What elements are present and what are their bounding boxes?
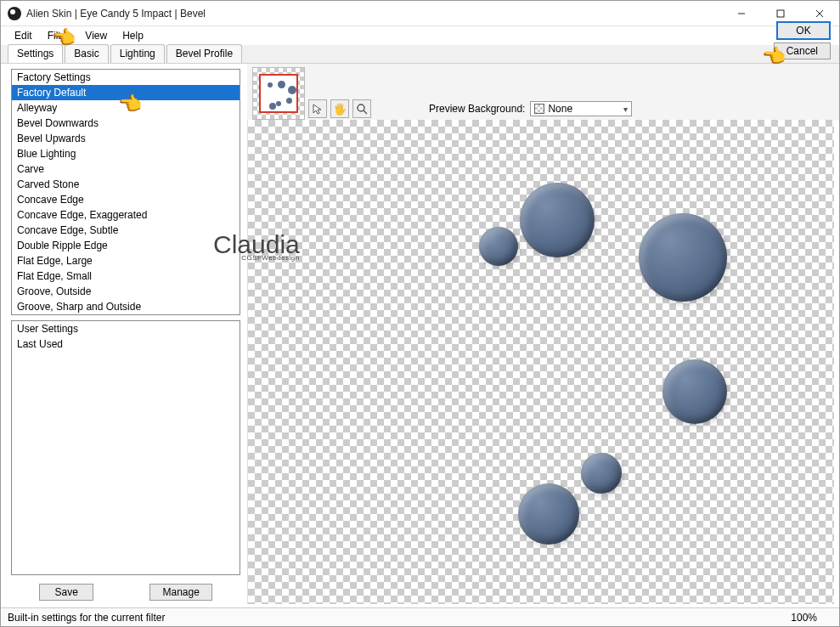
app-icon	[8, 7, 21, 20]
bevel-circle	[581, 453, 622, 494]
status-bar: Built-in settings for the current filter…	[1, 607, 839, 626]
list-item[interactable]: User Settings	[12, 321, 240, 336]
list-item[interactable]: Double Ripple Edge	[12, 238, 240, 253]
list-item[interactable]: Groove, Sharp and Outside	[12, 299, 240, 314]
list-item[interactable]: Carve	[12, 161, 240, 177]
window-title: Alien Skin | Eye Candy 5 Impact | Bevel	[26, 8, 206, 20]
list-item[interactable]: Concave Edge, Subtle	[12, 223, 240, 238]
list-item[interactable]: Concave Edge, Exaggerated	[12, 207, 240, 223]
factory-settings-list[interactable]: Factory Settings Factory Default Alleywa…	[11, 69, 240, 315]
preview-background-value: None	[548, 103, 572, 115]
factory-settings-header: Factory Settings	[12, 70, 240, 85]
save-button[interactable]: Save	[39, 584, 93, 601]
zoom-level: 100%	[791, 612, 817, 624]
menu-help[interactable]: Help	[116, 28, 150, 43]
tab-settings[interactable]: Settings	[8, 44, 63, 63]
minimize-button[interactable]	[722, 1, 761, 26]
swatch-icon	[534, 104, 544, 114]
list-item[interactable]: Carved Stone	[12, 177, 240, 192]
tab-bar: Settings Basic Lighting Bevel Profile OK…	[1, 45, 839, 64]
list-item[interactable]: Last Used	[12, 336, 240, 352]
svg-line-5	[364, 110, 367, 114]
hand-tool-icon[interactable]: 🖐	[330, 99, 349, 118]
selection-tool-icon[interactable]	[308, 99, 327, 118]
preview-thumbnail[interactable]	[252, 67, 305, 120]
svg-point-4	[358, 104, 364, 111]
content-area: Factory Settings Factory Default Alleywa…	[1, 64, 839, 607]
tab-lighting[interactable]: Lighting	[110, 44, 165, 63]
tab-basic[interactable]: Basic	[65, 44, 108, 63]
svg-rect-1	[777, 10, 784, 17]
bevel-circle	[479, 227, 518, 266]
menu-filter[interactable]: Filter	[41, 28, 77, 43]
preview-canvas[interactable]	[247, 120, 834, 604]
list-item[interactable]: Alleyway	[12, 100, 240, 116]
menu-bar: Edit Filter View Help	[1, 26, 839, 45]
bevel-circle	[639, 213, 727, 302]
settings-panel: Factory Settings Factory Default Alleywa…	[1, 64, 247, 607]
list-item[interactable]: Groove, Outside	[12, 284, 240, 299]
list-item[interactable]: Blue Lighting	[12, 146, 240, 161]
tab-bevel-profile[interactable]: Bevel Profile	[166, 44, 242, 63]
list-item[interactable]: Bevel Upwards	[12, 131, 240, 146]
status-text: Built-in settings for the current filter	[8, 612, 165, 624]
list-item[interactable]: Bevel Downwards	[12, 116, 240, 131]
list-item[interactable]: Factory Default	[12, 85, 240, 100]
preview-background-select[interactable]: None	[530, 101, 632, 116]
bevel-circle	[520, 183, 595, 257]
list-item[interactable]: Flat Edge, Small	[12, 268, 240, 284]
list-item[interactable]: Concave Edge	[12, 192, 240, 207]
user-settings-list[interactable]: User Settings Last Used	[11, 320, 240, 575]
menu-edit[interactable]: Edit	[8, 28, 39, 43]
preview-toolbar: 🖐 Preview Background: None	[247, 64, 839, 120]
settings-buttons: Save Manage	[11, 580, 240, 602]
preview-panel: 🖐 Preview Background: None	[247, 64, 839, 607]
zoom-tool-icon[interactable]	[352, 99, 371, 118]
list-item[interactable]: Flat Edge, Large	[12, 253, 240, 268]
cancel-button[interactable]: Cancel	[774, 42, 831, 59]
bevel-circle	[518, 483, 579, 545]
title-bar: Alien Skin | Eye Candy 5 Impact | Bevel	[1, 1, 839, 26]
preview-background-label: Preview Background:	[429, 103, 525, 115]
manage-button[interactable]: Manage	[149, 584, 211, 601]
bevel-circle	[662, 359, 727, 424]
menu-view[interactable]: View	[78, 28, 114, 43]
ok-button[interactable]: OK	[776, 21, 831, 40]
